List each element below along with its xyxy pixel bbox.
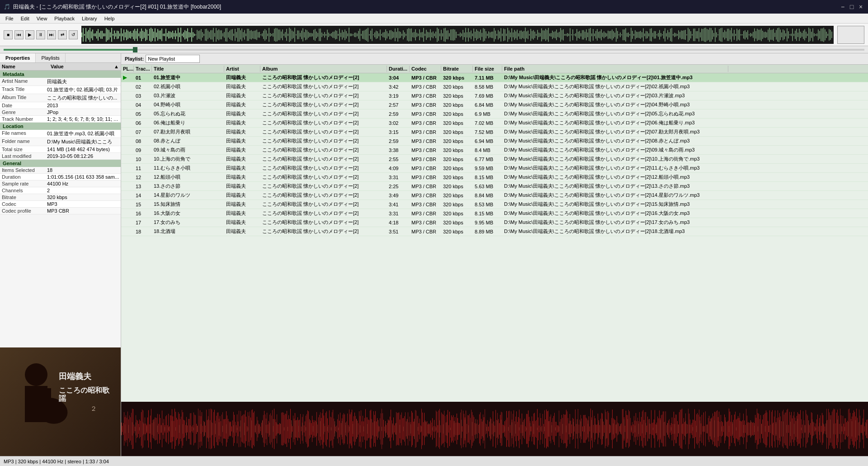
cell-duration: 2:55 [387,156,410,163]
cell-pl [121,167,134,169]
maximize-button[interactable]: □ [848,3,855,10]
cell-album: こころの昭和歌謡 懐かしいのメロディー[2] [260,164,387,172]
col-header-bitrate[interactable]: Bitrate [441,66,473,72]
table-row[interactable]: 12 12.船頭小唄 田端義夫 こころの昭和歌謡 懐かしいのメロディー[2] 3… [121,173,868,182]
cell-bitrate: 320 kbps [441,210,473,217]
pause-button[interactable]: ⏸ [36,30,45,39]
table-row[interactable]: 14 14.星影のワルツ 田端義夫 こころの昭和歌謡 懐かしいのメロディー[2]… [121,191,868,200]
col-header-duration[interactable]: Durati... [387,66,410,72]
scroll-up-arrow[interactable]: ▲ [114,64,119,69]
cell-duration: 3:51 [387,228,410,235]
table-row[interactable]: 18 18.北酒場 田端義夫 こころの昭和歌謡 懐かしいのメロディー[2] 3:… [121,227,868,236]
cell-artist: 田端義夫 [224,182,260,190]
cell-codec: MP3 / CBR [410,210,441,217]
seekbar-fill [4,49,133,51]
prop-codec-profile: Codec profile MP3 CBR [0,208,121,214]
cell-track: 11 [134,165,152,172]
table-row[interactable]: 15 15.知床旅情 田端義夫 こころの昭和歌謡 懐かしいのメロディー[2] 3… [121,200,868,209]
cell-album: こころの昭和歌謡 懐かしいのメロディー[2] [260,100,387,109]
table-row[interactable]: 08 08.赤とんぼ 田端義夫 こころの昭和歌謡 懐かしいのメロディー[2] 2… [121,137,868,146]
col-header-pl[interactable]: PL... [121,66,134,72]
cell-track: 01 [134,74,152,81]
cell-filesize: 8.58 MB [473,83,502,90]
playlist-name[interactable]: New Playlist [146,55,200,63]
tab-properties[interactable]: Properties [0,53,36,62]
cell-codec: MP3 / CBR [410,192,441,199]
cell-title: 11.むらさき小唄 [152,164,224,172]
cell-album: こころの昭和歌謡 懐かしいのメロディー[2] [260,155,387,163]
table-row[interactable]: 17 17.女のみち 田端義夫 こころの昭和歌謡 懐かしいのメロディー[2] 4… [121,218,868,227]
prop-items-selected: Items Selected 18 [0,167,121,174]
cell-artist: 田端義夫 [224,100,260,109]
table-row[interactable]: 04 04.野崎小唄 田端義夫 こころの昭和歌謡 懐かしいのメロディー[2] 2… [121,100,868,109]
table-row[interactable]: 05 05.忘られぬ花 田端義夫 こころの昭和歌謡 懐かしいのメロディー[2] … [121,109,868,119]
cell-filesize: 8.15 MB [473,174,502,181]
col-header-track[interactable]: Trac... [134,66,152,72]
cell-pl [121,231,134,233]
cell-duration: 2:25 [387,183,410,190]
menu-help[interactable]: Help [101,15,118,22]
seekbar-track[interactable] [4,49,864,51]
col-header-codec[interactable]: Codec [410,66,441,72]
titlebar-controls: − □ × [839,3,864,10]
table-row[interactable]: 02 02.祇園小唄 田端義夫 こころの昭和歌謡 懐かしいのメロディー[2] 3… [121,82,868,91]
cell-pl [121,195,134,196]
cell-filepath: D:\My Music\田端義夫\こころの昭和歌謡 懐かしいのメロディー[2]\… [502,182,728,190]
menu-edit[interactable]: Edit [17,15,33,22]
cell-title: 01.旅笠道中 [152,73,224,82]
menu-library[interactable]: Library [78,15,101,22]
col-header-artist[interactable]: Artist [224,66,260,72]
cell-pl [121,140,134,142]
cell-album: こころの昭和歌謡 懐かしいのメロディー[2] [260,182,387,190]
prop-last-modified: Last modified 2019-10-05 08:12:26 [0,153,121,160]
col-header-title[interactable]: Title [152,66,224,72]
properties-content: Metadata Artist Name 田端義夫 Track Title 01… [0,71,121,347]
shuffle-button[interactable]: ⇄ [58,30,67,39]
cell-title: 10.上海の街角で [152,155,224,163]
cell-track: 06 [134,119,152,127]
cell-artist: 田端義夫 [224,119,260,127]
table-row[interactable]: 07 07.勘太郎月夜唄 田端義夫 こころの昭和歌謡 懐かしいのメロディー[2]… [121,128,868,137]
cell-pl [121,149,134,151]
next-button[interactable]: ⏭ [47,30,56,39]
cell-title: 05.忘られぬ花 [152,109,224,118]
table-row[interactable]: 03 03.片瀬波 田端義夫 こころの昭和歌謡 懐かしいのメロディー[2] 3:… [121,91,868,100]
minimize-button[interactable]: − [839,3,846,10]
cell-bitrate: 320 kbps [441,119,473,127]
prev-button[interactable]: ⏮ [14,30,24,39]
col-header-filesize[interactable]: File size [473,66,502,72]
play-button[interactable]: ▶ [25,30,34,39]
seekbar[interactable] [0,46,868,53]
cell-bitrate: 320 kbps [441,101,473,109]
cell-filesize: 7.52 MB [473,128,502,136]
cell-filepath: D:\My Music\田端義夫\こころの昭和歌謡 懐かしいのメロディー[2]\… [502,119,728,127]
loop-button[interactable]: ↺ [69,30,78,39]
col-header-album[interactable]: Album [260,66,387,72]
tab-playlists[interactable]: Playlists [36,53,65,62]
menu-view[interactable]: View [33,15,51,22]
cell-filepath: D:\My Music\田端義夫\こころの昭和歌謡 懐かしいのメロディー[2]\… [502,73,728,82]
cell-track: 03 [134,92,152,100]
table-row[interactable]: 13 13.さのさ節 田端義夫 こころの昭和歌謡 懐かしいのメロディー[2] 2… [121,182,868,191]
cell-filesize: 6.94 MB [473,138,502,145]
menu-playback[interactable]: Playback [51,15,78,22]
col-header-filepath[interactable]: File path [502,66,728,72]
table-row[interactable]: 11 11.むらさき小唄 田端義夫 こころの昭和歌謡 懐かしいのメロディー[2]… [121,164,868,173]
cell-pl [121,185,134,187]
track-list: PL... Trac... Title Artist Album Durati.… [121,65,868,402]
menu-file[interactable]: File [2,15,17,22]
stop-button[interactable]: ■ [4,30,13,39]
table-row[interactable]: 09 09.城々島の雨 田端義夫 こころの昭和歌謡 懐かしいのメロディー[2] … [121,146,868,155]
volume-control[interactable] [837,26,864,44]
cell-bitrate: 320 kbps [441,83,473,90]
seekbar-thumb[interactable] [133,47,137,52]
cell-filesize: 8.53 MB [473,201,502,208]
cell-track: 07 [134,128,152,136]
table-row[interactable]: 16 16.大阪の女 田端義夫 こころの昭和歌謡 懐かしいのメロディー[2] 3… [121,209,868,218]
table-row[interactable]: ▶ 01 01.旅笠道中 田端義夫 こころの昭和歌謡 懐かしいのメロディー[2]… [121,73,868,82]
table-row[interactable]: 10 10.上海の街角で 田端義夫 こころの昭和歌謡 懐かしいのメロディー[2]… [121,155,868,164]
cell-duration: 3:42 [387,83,410,90]
table-row[interactable]: 06 06.俺は船乗り 田端義夫 こころの昭和歌謡 懐かしいのメロディー[2] … [121,119,868,128]
cell-artist: 田端義夫 [224,128,260,136]
close-button[interactable]: × [857,3,864,10]
